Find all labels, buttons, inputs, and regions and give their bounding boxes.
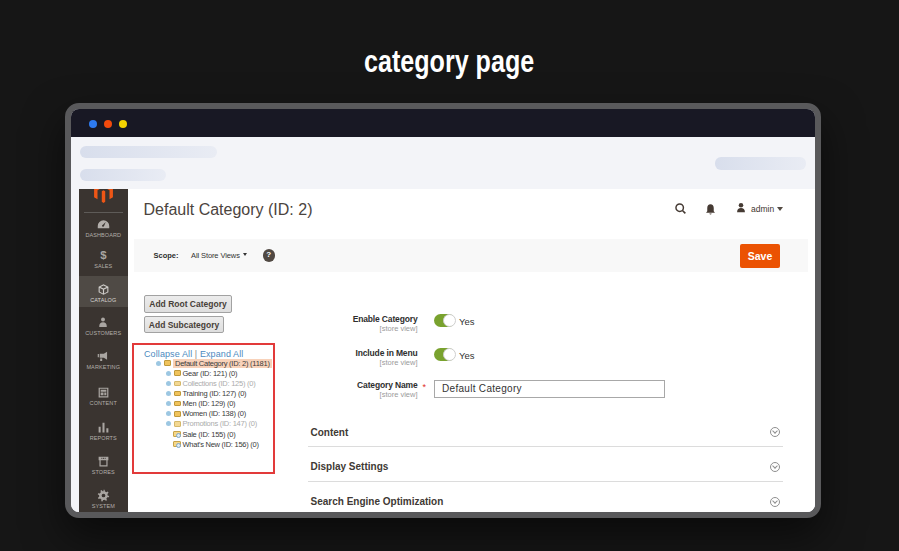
svg-text:$: $ — [100, 249, 107, 261]
